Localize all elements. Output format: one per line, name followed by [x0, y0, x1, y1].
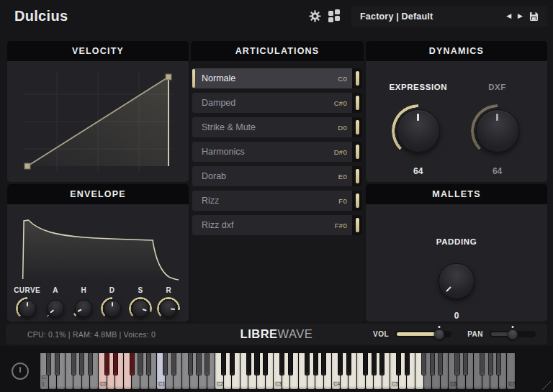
articulation-toggle[interactable] [355, 193, 360, 209]
padding-knob[interactable] [434, 259, 479, 304]
expression-knob[interactable] [392, 104, 445, 158]
settings-button[interactable] [309, 10, 321, 22]
black-key[interactable] [405, 353, 410, 375]
dxf-knob[interactable] [471, 104, 524, 158]
hold-knob-group: H 10 ms [70, 286, 98, 322]
decay-knob[interactable] [101, 297, 124, 320]
preset-browser-button[interactable] [328, 11, 340, 22]
articulation-row-rizz[interactable]: Rizz F0 [192, 191, 362, 211]
logo-light: WAVE [278, 327, 313, 340]
curve-knob[interactable] [16, 297, 39, 320]
attack-knob[interactable] [44, 297, 67, 320]
attack-knob-group: A 1 ms [41, 286, 69, 322]
black-key[interactable] [379, 353, 385, 375]
volume-thumb[interactable] [433, 329, 444, 339]
black-key[interactable] [130, 353, 135, 375]
velocity-handle-low[interactable] [24, 163, 30, 169]
envelope-panel: ENVELOPE [7, 184, 189, 322]
black-key[interactable] [254, 353, 259, 375]
articulation-row-damped[interactable]: Damped C#0 [192, 93, 362, 113]
black-key[interactable] [346, 353, 351, 375]
black-key[interactable] [263, 353, 268, 375]
articulation-toggle[interactable] [355, 119, 360, 135]
black-key[interactable] [430, 353, 435, 375]
preset-selector[interactable]: Factory | Default ◀ ▶ [351, 6, 547, 27]
articulation-toggle[interactable] [355, 217, 360, 233]
black-key[interactable] [171, 353, 176, 375]
volume-track[interactable] [395, 331, 451, 337]
pan-slider[interactable]: PAN [467, 330, 536, 338]
velocity-curve[interactable] [16, 67, 180, 176]
black-key[interactable] [496, 353, 501, 375]
pan-thumb[interactable] [508, 329, 518, 339]
articulation-toggle[interactable] [355, 144, 360, 160]
black-key[interactable] [463, 353, 468, 375]
app-title: Dulcius [14, 8, 68, 24]
velocity-handle-high[interactable] [166, 74, 171, 80]
hold-knob-label: H [81, 286, 87, 294]
save-preset-icon[interactable] [529, 12, 539, 21]
next-preset-button[interactable]: ▶ [518, 13, 523, 19]
black-key[interactable] [46, 353, 51, 375]
black-key[interactable] [372, 353, 377, 375]
articulation-row-dorab[interactable]: Dorab E0 [192, 166, 362, 186]
black-key[interactable] [204, 353, 210, 375]
black-key[interactable] [288, 353, 293, 375]
black-key[interactable] [480, 353, 485, 375]
black-key[interactable] [113, 353, 118, 375]
piano-keyboard[interactable]: C-1C0C1C2C3C4C5C6C7 [40, 353, 516, 389]
black-key[interactable] [188, 353, 193, 375]
black-key[interactable] [396, 353, 401, 375]
black-key[interactable] [146, 353, 151, 375]
knob-pointer [159, 299, 179, 319]
volume-label: VOL [373, 330, 389, 338]
black-key[interactable] [279, 353, 284, 375]
articulation-toggle[interactable] [355, 70, 360, 86]
articulation-row-strike-mute[interactable]: Strike & Mute D0 [192, 117, 362, 137]
power-button[interactable] [12, 363, 29, 380]
resize-handle[interactable] [542, 381, 551, 390]
black-key[interactable] [230, 353, 235, 375]
release-knob[interactable] [157, 297, 180, 320]
attack-knob-label: A [53, 286, 58, 294]
black-key[interactable] [321, 353, 326, 375]
black-key[interactable] [305, 353, 310, 375]
status-bar: CPU: 0.1% | RAM: 4.8MB | Voices: 0 LIBRE… [6, 324, 547, 345]
articulation-row-normale[interactable]: Normale C0 [192, 68, 362, 88]
hold-knob[interactable] [72, 297, 95, 320]
pan-track[interactable] [490, 331, 536, 337]
articulation-name: Rizz dxf [202, 220, 335, 230]
black-key[interactable] [421, 353, 426, 375]
dxf-knob-label: DXF [488, 83, 506, 91]
articulation-name: Normale [202, 73, 338, 83]
black-key[interactable] [313, 353, 318, 375]
decay-knob-label: D [109, 286, 115, 294]
black-key[interactable] [246, 353, 251, 375]
padding-knob-value: 0 [454, 311, 459, 321]
black-key[interactable] [438, 353, 443, 375]
black-key[interactable] [163, 353, 168, 375]
black-key[interactable] [104, 353, 109, 375]
articulations-panel-title: ARTICULATIONS [191, 41, 364, 61]
articulation-toggle[interactable] [355, 168, 360, 184]
volume-slider[interactable]: VOL [373, 330, 451, 338]
articulation-row-rizz-dxf[interactable]: Rizz dxf F#0 [192, 215, 362, 235]
articulation-keyswitch-note: D#0 [334, 148, 347, 156]
articulation-row-harmonics[interactable]: Harmonics D#0 [192, 142, 362, 162]
black-key[interactable] [138, 353, 143, 375]
sustain-knob[interactable] [129, 297, 152, 320]
black-key[interactable] [79, 353, 84, 375]
black-key[interactable] [488, 353, 493, 375]
prev-preset-button[interactable]: ◀ [506, 13, 511, 19]
black-key[interactable] [363, 353, 368, 375]
knob-pointer [397, 109, 440, 152]
black-key[interactable] [338, 353, 343, 375]
black-key[interactable] [196, 353, 201, 375]
black-key[interactable] [454, 353, 459, 375]
black-key[interactable] [221, 353, 226, 375]
white-key[interactable]: C7 [507, 353, 515, 389]
black-key[interactable] [71, 353, 76, 375]
articulation-toggle[interactable] [355, 95, 360, 111]
black-key[interactable] [88, 353, 93, 375]
black-key[interactable] [55, 353, 60, 375]
